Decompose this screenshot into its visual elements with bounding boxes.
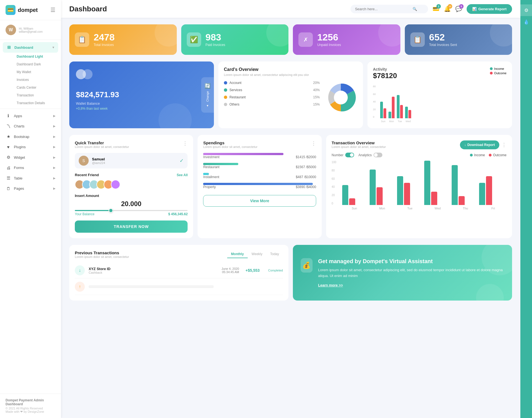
legend-dot-outcome2 xyxy=(489,154,492,157)
paid-invoices-number: 983 xyxy=(206,32,225,42)
sidebar-item-label: Dashboard xyxy=(14,45,33,50)
sidebar-item-apps[interactable]: ℹ Apps ▶ xyxy=(0,111,61,121)
download-report-button[interactable]: ↓ Download Report xyxy=(460,140,499,149)
sidebar-item-dashboard[interactable]: ⊞ Dashboard ▼ xyxy=(3,42,58,53)
txn-status: Completed xyxy=(264,269,283,272)
big-x-wed: Wed xyxy=(424,207,451,210)
big-x-mon: Mon xyxy=(369,207,395,210)
bell-notification[interactable]: 🔔 12 xyxy=(444,6,451,12)
sidebar-item-apps-label: Apps xyxy=(14,114,22,118)
footer-made: Made with ❤ by DesignZone xyxy=(6,410,55,414)
insert-amount-label: Insert Amount xyxy=(75,194,188,198)
sidebar-item-invoices[interactable]: Invoices xyxy=(11,76,61,84)
property-amount: $3890 /$4000 xyxy=(296,185,316,189)
chat-notification[interactable]: 💬 5 xyxy=(455,6,462,12)
droplet-icon[interactable]: 💧 xyxy=(520,16,532,28)
main-content: Dashboard 🔍 💳 2 🔔 12 💬 5 📊 Generate Repo… xyxy=(61,0,520,418)
quick-transfer-menu[interactable]: ⋮ xyxy=(183,140,188,147)
activity-title: Activity xyxy=(373,67,397,71)
transaction-bar-chart: 020406080100 xyxy=(332,161,507,210)
big-bar-sun xyxy=(342,185,369,205)
stat-card-sent-invoices: 📋 652 Total Invoices Sent xyxy=(405,24,512,55)
total-invoices-info: 2478 Total Invoices xyxy=(94,32,115,47)
generate-report-button[interactable]: 📊 Generate Report xyxy=(467,4,512,14)
sidebar-item-widget[interactable]: ⚙ Widget ▶ xyxy=(0,152,61,163)
number-toggle[interactable] xyxy=(345,153,354,157)
learn-more-link[interactable]: Learn more >> xyxy=(318,283,343,287)
user-section: W Hi, William william@gmail.com xyxy=(0,20,61,40)
see-all-link[interactable]: See All xyxy=(177,173,188,177)
tab-weekly[interactable]: Weekly xyxy=(248,250,266,258)
friend-avatar-6[interactable] xyxy=(111,180,120,189)
txn-placeholder-row: ↑ xyxy=(75,278,283,295)
spendings-title: Spendings xyxy=(203,140,257,145)
overview-pct-others: 15% xyxy=(313,102,320,106)
sidebar-item-widget-label: Widget xyxy=(14,155,25,160)
settings-icon[interactable]: ⚙ xyxy=(520,4,532,16)
wallet-notification[interactable]: 💳 2 xyxy=(433,6,439,12)
sidebar-item-transaction[interactable]: Transaction xyxy=(11,91,61,99)
sidebar-item-my-wallet[interactable]: My Wallet xyxy=(11,68,61,76)
big-bar-sun-income xyxy=(342,185,348,205)
x-label-wed: Wed xyxy=(405,120,411,123)
property-label: Property xyxy=(203,185,216,189)
bar-tue xyxy=(397,95,403,118)
transfer-now-button[interactable]: TRANSFER NOW xyxy=(75,220,188,233)
paid-invoices-info: 983 Paid Invoices xyxy=(206,32,225,47)
overview-list: Account 20% Services 40% Restaurant 15% xyxy=(224,81,320,114)
sidebar-item-plugins-label: Plugins xyxy=(14,145,26,149)
sidebar-item-dashboard-dark[interactable]: Dashboard Dark xyxy=(11,60,61,68)
sidebar-item-plugins[interactable]: ♥ Plugins ▶ xyxy=(0,142,61,152)
change-button[interactable]: 🔄 Change ▼ xyxy=(201,77,214,113)
page-title: Dashboard xyxy=(69,5,107,13)
generate-label: Generate Report xyxy=(478,7,507,11)
search-box[interactable]: 🔍 xyxy=(351,5,428,13)
sidebar-item-transaction-details[interactable]: Transaction Details xyxy=(11,99,61,107)
sidebar-item-charts[interactable]: 〽 Charts ▶ xyxy=(0,121,61,131)
footer-title: Dompet Payment Admin Dashboard xyxy=(6,398,55,406)
chevron-right-icon2: ▶ xyxy=(53,124,55,128)
big-x-thu: Thu xyxy=(452,207,479,210)
amount-slider[interactable] xyxy=(75,210,188,211)
activity-header: Activity $78120 Income Outcome xyxy=(373,67,507,83)
txn-overview-menu[interactable]: ⋮ xyxy=(502,142,507,148)
sidebar-item-bootstrap[interactable]: ★ Bootstrap ▶ xyxy=(0,131,61,142)
view-more-button[interactable]: View More xyxy=(203,195,316,207)
sidebar-item-bootstrap-label: Bootstrap xyxy=(14,135,29,139)
txn-amount: +$5,553 xyxy=(243,268,260,273)
tab-today[interactable]: Today xyxy=(266,250,283,258)
tab-monthly[interactable]: Monthly xyxy=(227,250,248,258)
logo-icon: 💳 xyxy=(6,5,16,15)
spendings-items: Investment $1415 /$2000 Restaurant $1567… xyxy=(203,153,316,189)
bootstrap-icon: ★ xyxy=(6,134,11,139)
legend-label-outcome: Outcome xyxy=(494,71,507,75)
search-input[interactable] xyxy=(355,7,410,11)
refresh-icon: 🔄 xyxy=(204,83,211,89)
number-label: Number xyxy=(332,153,344,157)
big-x-sun: Sun xyxy=(341,207,368,210)
total-invoices-number: 2478 xyxy=(94,32,115,42)
big-bar-fri-outcome xyxy=(486,176,492,205)
charts-icon: 〽 xyxy=(6,124,11,129)
spendings-menu[interactable]: ⋮ xyxy=(311,140,316,147)
dashboard-icon: ⊞ xyxy=(6,45,12,50)
sidebar-item-forms[interactable]: 🖨 Forms ▶ xyxy=(0,163,61,173)
chat-badge: 5 xyxy=(459,4,464,9)
restaurant-row: Restaurant $1567 /$5000 xyxy=(203,165,316,169)
sidebar-item-pages[interactable]: 🗒 Pages ▶ xyxy=(0,183,61,194)
analytics-toggle[interactable] xyxy=(374,153,382,157)
cards-overview-subtitle: Lorem ipsum dolor sit amet, consectetur … xyxy=(224,73,357,76)
legend-dot-income2 xyxy=(470,154,473,157)
slider-fill xyxy=(75,210,109,211)
sidebar-item-cards-center[interactable]: Cards Center xyxy=(11,84,61,91)
change-text: Change xyxy=(206,91,209,102)
sidebar-item-dashboard-light[interactable]: Dashboard Light xyxy=(11,53,61,60)
transfer-user-row: S Samuel @iam224 ✓ xyxy=(75,153,188,168)
sidebar-item-table[interactable]: ☰ Table ▶ xyxy=(0,173,61,183)
txn-date: June 4, 2020 05:34:45 AM xyxy=(221,267,239,274)
sidebar: 💳 dompet ☰ W Hi, William william@gmail.c… xyxy=(0,0,61,418)
hamburger-menu[interactable]: ☰ xyxy=(50,7,55,13)
legend-outcome: Outcome xyxy=(490,71,507,75)
download-icon: ↓ xyxy=(464,143,466,147)
bar-tue-income xyxy=(397,95,400,118)
